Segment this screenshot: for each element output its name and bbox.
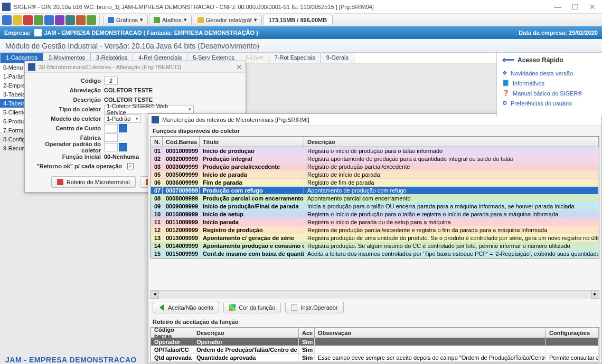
color-icon (229, 304, 236, 311)
funcao-row[interactable]: 050005009999Início de paradaRegistro de … (151, 171, 599, 179)
toolbar-icon-4[interactable] (34, 15, 43, 25)
dialog2-title: Manutenção dos roteiros de Microterminai… (162, 117, 309, 123)
hdr-descricao[interactable]: Descrição (304, 137, 599, 147)
section-funcoes-header: Funções disponíveis do coletor (148, 126, 601, 136)
modelo-combo[interactable]: 1-Padrão▾ (104, 114, 141, 123)
desc-label: Descrição (30, 97, 104, 103)
oper-lookup[interactable] (119, 143, 127, 151)
funcao-row[interactable]: 130013009999Apontamento c/ geração de sé… (151, 234, 599, 242)
funcao-row[interactable]: 140014009999Apontamento produção e consu… (151, 242, 599, 250)
toolbar-icon-7[interactable] (65, 15, 75, 25)
section-roteiro-header: Roteiro de aceitação da função (148, 317, 601, 327)
fabrica-label: Fábrica (30, 135, 104, 141)
retorno-label: "Retorno ok" p/ cada operação (30, 163, 125, 169)
window-maximize[interactable]: ☐ (572, 3, 579, 11)
btn-instr-operador[interactable]: Instr.Operador (285, 302, 343, 313)
funcao-row[interactable]: 070007009999Produção com refugoApontamen… (151, 187, 599, 195)
func-value: 00-Nenhuma (104, 154, 139, 160)
abrev-label: Abreviação (30, 87, 104, 93)
quick-link-3[interactable]: ⚙Preferências do usuário (502, 98, 597, 108)
link-icon: ❖ (502, 70, 507, 76)
grid-roteiro-header: Código barras Descrição Ace Observação C… (151, 328, 599, 338)
roteiro-row[interactable]: OperadorOperadorSim (151, 338, 599, 346)
window-close[interactable]: ✕ (589, 3, 596, 11)
hdr2-ace[interactable]: Ace (299, 328, 315, 338)
funcao-row[interactable]: 100010009999Início de setupRegistra o in… (151, 210, 599, 218)
oper-input[interactable] (104, 143, 118, 151)
toolbar-icon-8[interactable] (76, 15, 86, 25)
oper-label: Operador padrão do coletor (30, 141, 104, 154)
codigo-input[interactable] (104, 76, 118, 85)
back-arrow-icon[interactable]: ⟸ (502, 55, 514, 65)
doc-icon (291, 304, 297, 311)
hdr2-codbarras[interactable]: Código barras (151, 328, 193, 338)
toolbar-icon-1[interactable] (2, 15, 12, 25)
hdr-codbarras[interactable]: Cód.Barras (163, 137, 200, 147)
toolbar-icon-5[interactable] (44, 15, 54, 25)
custo-label: Centro de Custo (30, 125, 104, 131)
btn-aceita-nao-aceita[interactable]: Aceita/Não aceita (153, 302, 219, 313)
btn-roteiro-microterminal[interactable]: Roteiro do Microterminal (51, 176, 136, 188)
hdr-n[interactable]: N. (151, 137, 163, 147)
main-toolbar: Gráficos▾ Atalhos▾ Gerador relat/gráf▾ 1… (0, 14, 602, 26)
custo-lookup[interactable] (119, 124, 127, 132)
funcao-row[interactable]: 110011009999Início paradaRegistra o iníc… (151, 218, 599, 226)
window-title: SIGER® - GIN 20.10a b16 WC: bruno_1[ JAM… (14, 4, 374, 10)
roteiro-row[interactable]: Qtd aprovadaQuantidade aprovadaSimEsse c… (151, 354, 599, 362)
hdr2-config[interactable]: Configurações (546, 328, 599, 338)
empresa-icon[interactable] (34, 29, 42, 36)
quick-link-2[interactable]: ❓Manual básico do SIGER® (502, 88, 597, 98)
toolbar-icon-9[interactable] (87, 15, 96, 25)
scroll-right[interactable]: ► (591, 291, 599, 299)
toolbar-btn-atalhos[interactable]: Atalhos▾ (149, 15, 192, 25)
grid-funcoes: N. Cód.Barras Título Descrição 010001009… (150, 136, 599, 258)
custo-input[interactable] (104, 124, 118, 132)
funcao-row[interactable]: 150015009999Conf.de insumo com baixa de … (151, 250, 599, 258)
scroll-left[interactable]: ◄ (150, 291, 159, 299)
list-icon (57, 179, 63, 185)
quick-link-1[interactable]: 📘Informativos (502, 78, 597, 88)
link-icon: ⚙ (502, 100, 507, 107)
window-minimize[interactable]: — (554, 3, 561, 11)
toolbar-icon-2[interactable] (13, 15, 22, 25)
funcao-row[interactable]: 060006009999Fim de paradaRegistro de fim… (151, 179, 599, 187)
hdr2-descricao[interactable]: Descrição (193, 328, 299, 338)
desc-value: COLETOR TESTE (104, 97, 153, 103)
menu-tab-7[interactable]: 9-Gerais (321, 53, 354, 63)
toolbar-btn-graficos[interactable]: Gráficos▾ (103, 15, 148, 25)
acesso-rapido-panel: ⟸Acesso Rápido ❖Novidades desta versão📘I… (496, 53, 602, 116)
window-titlebar: SIGER® - GIN 20.10a b16 WC: bruno_1[ JAM… (0, 0, 602, 14)
hdr-titulo[interactable]: Título (200, 137, 304, 147)
toolbar-icon-6[interactable] (55, 15, 64, 25)
modulo-bar: Módulo de Gestão Industrial - Versão: 20… (0, 39, 602, 53)
dialog1-titlebar[interactable]: 30-Microterminais/Coletores - Alteração … (25, 61, 246, 73)
funcao-row[interactable]: 020002009999Produção integralRegistra ap… (151, 155, 599, 163)
grid-roteiro: Código barras Descrição Ace Observação C… (150, 327, 599, 362)
codigo-label: Código (30, 78, 104, 84)
btn-cor-funcao[interactable]: Cor da função (223, 302, 281, 313)
funcao-row[interactable]: 120012009999Registro de produçãoRegistra… (151, 226, 599, 234)
link-icon: ❓ (502, 90, 510, 97)
tipo-label: Tipo do coletor (30, 106, 104, 112)
funcao-row[interactable]: 090009009999Início de produção/Final de … (151, 203, 599, 210)
fabrica-input[interactable] (104, 133, 118, 142)
hdr2-obs[interactable]: Observação (315, 328, 546, 338)
quick-link-0[interactable]: ❖Novidades desta versão (502, 68, 597, 78)
link-icon: 📘 (502, 80, 510, 87)
grid-funcoes-header: N. Cód.Barras Título Descrição (151, 137, 599, 147)
memory-indicator: 173,15MB / 896,00MB (263, 15, 333, 25)
date-value: 29/02/2020 (569, 30, 598, 36)
tipo-combo[interactable]: 1-Coletor SIGER® Web Service▾ (104, 105, 194, 113)
toolbar-icon-3[interactable] (23, 15, 33, 25)
accept-icon (159, 304, 164, 311)
dialog-roteiros: Manutenção dos roteiros de Microterminai… (148, 113, 602, 364)
dialog1-close[interactable]: ✕ (236, 63, 242, 71)
funcao-row[interactable]: 080008009999Produção parcial com encerra… (151, 195, 599, 203)
funcao-row[interactable]: 030003009999Produção parcial/excedenteRe… (151, 163, 599, 171)
retorno-checkbox[interactable]: ✓ (127, 163, 134, 169)
grid-scrollbar[interactable]: ◄ ► (150, 290, 599, 299)
toolbar-btn-gerador[interactable]: Gerador relat/gráf▾ (193, 15, 262, 25)
roteiro-row[interactable]: OP/Talão/CCOrdem de Produção/Talão/Centr… (151, 346, 599, 354)
funcao-row[interactable]: 010001009999Início de produçãoRegistra o… (151, 147, 599, 155)
menu-tab-6[interactable]: 7-Rot Especiais (269, 53, 321, 63)
